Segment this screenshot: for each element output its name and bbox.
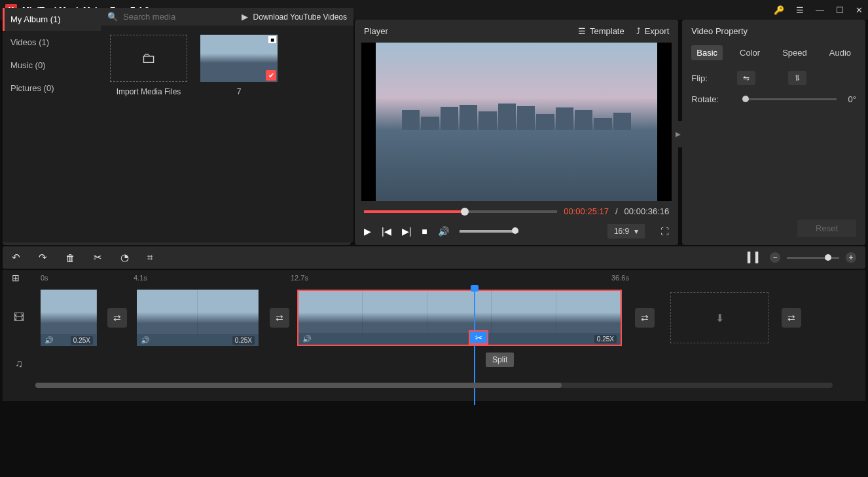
clip-1[interactable]: 🔊0.25X [41,290,97,346]
clip-2[interactable]: 🔊0.25X [137,290,259,346]
delete-button[interactable]: 🗑 [65,252,75,263]
prop-tab-basic[interactable]: Basic [691,45,723,60]
transition-slot-4[interactable]: ⇄ [782,308,801,328]
prop-tab-color[interactable]: Color [734,45,765,60]
video-track: 🎞 🔊0.25X ⇄ 🔊0.25X ⇄ 🔊0.25X ⇄ ⬇ ⇄ ✂ Split [3,288,865,347]
close-button[interactable]: ✕ [856,5,863,15]
clip-3-selected[interactable]: 🔊0.25X [297,290,622,346]
album-tab-music[interactable]: Music (0) [3,54,101,77]
flip-vertical-button[interactable]: ⥮ [788,71,806,85]
aspect-select[interactable]: 16:9▾ [607,224,645,238]
clip-name: 7 [200,87,278,96]
video-badge-icon: ■ [268,36,276,43]
export-button[interactable]: ⤴Export [636,26,670,36]
property-title: Video Property [691,26,856,36]
search-icon: 🔍 [107,12,118,22]
media-panel: My Album (1) Videos (1) Music (0) Pictur… [3,8,353,242]
album-tab-myalbum[interactable]: My Album (1) [3,8,101,31]
timeline-toolbar: ↶ ↷ 🗑 ✂ ◔ ⌗ ▍▍ − + [3,246,865,269]
zoom-slider[interactable] [787,257,839,259]
maximize-button[interactable]: ☐ [836,5,844,15]
prop-tab-audio[interactable]: Audio [824,45,856,60]
rotate-label: Rotate: [691,94,731,104]
panel-expand-handle[interactable]: ▶ [674,121,682,147]
player-title: Player [364,26,566,36]
chevron-down-icon: ▾ [634,227,638,236]
audio-track-icon: ♫ [3,358,35,370]
timeline-scrollbar[interactable] [35,383,833,388]
export-icon: ⤴ [636,26,641,36]
album-tab-videos[interactable]: Videos (1) [3,31,101,54]
player-panel: Player ☰Template ⤴Export 00:00:25:17 / 0… [355,20,678,245]
crop-button[interactable]: ⌗ [147,252,153,263]
zoom-out-button[interactable]: − [770,252,780,263]
split-handle[interactable]: ✂ [469,330,488,345]
fit-button[interactable]: ▍▍ [748,252,763,263]
import-media-card[interactable]: 🗀 Import Media Files [110,35,187,96]
time-total: 00:00:36:16 [624,206,670,216]
rotate-slider[interactable] [742,98,836,100]
media-clip-card[interactable]: ■ ✔ 7 [200,35,278,96]
album-tab-pictures[interactable]: Pictures (0) [3,77,101,100]
flip-label: Flip: [691,73,731,83]
scrub-bar[interactable] [364,210,557,213]
transition-slot-1[interactable]: ⇄ [107,308,127,328]
video-track-icon: 🎞 [3,312,35,324]
volume-slider[interactable] [460,230,518,233]
prev-frame-button[interactable]: |◀ [382,226,391,237]
transition-slot-3[interactable]: ⇄ [635,308,655,328]
speed-button[interactable]: ◔ [120,252,129,263]
preview-frame [376,43,657,201]
youtube-icon: ▶ [242,12,248,22]
audio-icon: 🔊 [302,335,312,343]
volume-icon[interactable]: 🔊 [438,226,449,237]
redo-button[interactable]: ↷ [39,252,47,263]
folder-icon: 🗀 [141,50,156,67]
prop-tab-speed[interactable]: Speed [777,45,812,60]
stop-button[interactable]: ■ [422,226,427,237]
fullscreen-button[interactable]: ⛶ [660,227,669,237]
template-button[interactable]: ☰Template [578,26,624,36]
reset-button[interactable]: Reset [797,219,856,237]
transition-slot-2[interactable]: ⇄ [270,308,289,328]
menu-icon[interactable]: ☰ [796,5,804,15]
undo-button[interactable]: ↶ [12,252,20,263]
audio-icon: 🔊 [45,336,54,345]
property-panel: ▶ Video Property Basic Color Speed Audio… [682,20,865,245]
time-ruler[interactable]: ⊞ 0s 4.1s 12.7s 36.6s [3,270,865,286]
rotate-value: 0° [848,94,856,104]
audio-icon: 🔊 [141,336,150,345]
play-button[interactable]: ▶ [364,226,371,237]
add-track-button[interactable]: ⊞ [12,273,20,283]
split-button[interactable]: ✂ [94,252,102,263]
drop-zone[interactable]: ⬇ [670,292,769,343]
zoom-in-button[interactable]: + [846,252,856,263]
preview-area [361,43,672,201]
timeline: 🎞 🔊0.25X ⇄ 🔊0.25X ⇄ 🔊0.25X ⇄ ⬇ ⇄ ✂ Split [3,286,865,401]
layers-icon: ☰ [578,26,586,36]
time-current: 00:00:25:17 [564,206,609,216]
download-youtube-link[interactable]: Download YouTube Videos [253,12,347,22]
search-input[interactable] [123,12,236,22]
minimize-button[interactable]: — [816,5,824,15]
next-frame-button[interactable]: ▶| [402,226,412,237]
key-icon[interactable]: 🔑 [774,5,784,15]
check-icon: ✔ [266,70,276,81]
split-tooltip: Split [486,353,514,367]
audio-track: ♫ [3,347,865,380]
flip-horizontal-button[interactable]: ⇋ [737,71,755,85]
